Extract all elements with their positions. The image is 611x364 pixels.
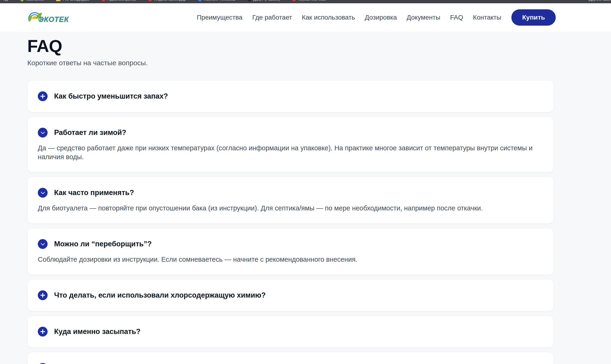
page-title: FAQ: [27, 38, 554, 54]
bookmark-favicon-icon: [148, 0, 152, 1]
faq-list: Как быстро уменьшится запах? Работает ли…: [27, 80, 554, 364]
plus-icon: [40, 329, 45, 334]
faq-item[interactable]: Как часто применять? Для биотуалета — по…: [27, 177, 554, 224]
faq-item[interactable]: Что делать, если использовали хлорсодерж…: [27, 279, 554, 311]
bookmark-label: Toyota Klio Mos: [298, 0, 326, 2]
nav-link[interactable]: Преимущества: [197, 14, 242, 21]
bookmark-label: Административ: [108, 0, 136, 2]
faq-item[interactable]: Работает ли зимой? Да — средство работае…: [27, 117, 554, 172]
faq-answer: Соблюдайте дозировки из инструкции. Если…: [38, 255, 543, 264]
logo[interactable]: ЭКОТЕК: [27, 11, 69, 24]
plus-icon: [40, 293, 45, 298]
expand-toggle-button[interactable]: [38, 239, 48, 249]
nav-link[interactable]: FAQ: [450, 14, 463, 21]
faq-question: Как часто применять?: [54, 189, 134, 197]
bookmark-item[interactable]: Toyota Klio Mos: [292, 0, 326, 2]
bookmark-label: РІЗ-Владидше: [63, 0, 89, 2]
faq-item[interactable]: Подойдет ли для биотуалета?: [27, 352, 554, 364]
logo-text: ЭКОТЕК: [39, 15, 69, 24]
faq-question: Можно ли “переборщить”?: [54, 240, 152, 248]
faq-answer: Для биотуалета — повторяйте при опустоше…: [38, 204, 543, 212]
bookmark-favicon-icon: [102, 0, 106, 1]
bookmark-favicon-icon: [247, 0, 251, 1]
site-header: ЭКОТЕК Преимущества Где работает Как исп…: [0, 3, 611, 32]
faq-question-row[interactable]: Можно ли “переборщить”?: [38, 239, 543, 249]
page-subtitle: Короткие ответы на частые вопросы.: [27, 59, 554, 67]
bookmark-label: ДВБТ (Разбек): [253, 0, 280, 2]
chevron-down-icon: [41, 241, 45, 245]
bookmark-item[interactable]: Кампании: [20, 0, 44, 2]
main-nav: Преимущества Где работает Как использова…: [197, 14, 501, 21]
faq-question: Куда именно засыпать?: [54, 327, 140, 336]
bookmark-item[interactable]: ДВБТ (Разбек): [247, 0, 280, 2]
faq-question-row[interactable]: Работает ли зимой?: [38, 128, 543, 138]
nav-link[interactable]: Контакты: [473, 14, 501, 21]
faq-question: Что делать, если использовали хлорсодерж…: [54, 291, 266, 299]
buy-button[interactable]: Купить: [511, 9, 556, 26]
expand-toggle-button[interactable]: [38, 327, 48, 337]
faq-answer: Да — средство работает даже при низких т…: [38, 143, 543, 161]
faq-question-row[interactable]: Как быстро уменьшится запах?: [38, 91, 543, 101]
bookmarks-row: нд Кампании РІЗ-Владидше Административ Я…: [0, 0, 611, 3]
faq-question-row[interactable]: Что делать, если использовали хлорсодерж…: [38, 290, 543, 300]
bookmark-label: Яндекс календар: [154, 0, 186, 2]
bookmark-item[interactable]: Яндекс календар: [148, 0, 186, 2]
faq-question-row[interactable]: Куда именно засыпать?: [38, 327, 543, 337]
bookmark-label: нд: [3, 0, 8, 2]
chevron-down-icon: [41, 190, 45, 194]
bookmark-favicon-icon: [20, 0, 24, 1]
faq-section: FAQ Короткие ответы на частые вопросы. К…: [0, 32, 611, 364]
faq-question: Работает ли зимой?: [54, 128, 126, 137]
bookmark-favicon-icon: [56, 0, 60, 1]
nav-link[interactable]: Где работает: [252, 14, 292, 21]
expand-toggle-button[interactable]: [38, 290, 48, 300]
nav-link[interactable]: Как использовать: [302, 14, 355, 21]
expand-toggle-button[interactable]: [38, 128, 48, 138]
bookmark-item[interactable]: нд: [3, 0, 8, 2]
faq-question-row[interactable]: Как часто применять?: [38, 188, 543, 198]
plus-icon: [40, 94, 45, 99]
expand-toggle-button[interactable]: [38, 363, 48, 364]
other-bookmarks-button[interactable]: Другие закладк: [589, 0, 611, 3]
bookmark-favicon-icon: [292, 0, 296, 1]
bookmark-favicon-icon: [198, 0, 202, 1]
faq-item[interactable]: Можно ли “переборщить”? Соблюдайте дозир…: [27, 228, 554, 275]
expand-toggle-button[interactable]: [38, 91, 48, 101]
bookmark-label: Кампании: [26, 0, 44, 2]
faq-question-row[interactable]: Подойдет ли для биотуалета?: [38, 363, 543, 364]
bookmark-item[interactable]: Хостинг Timeweb: [198, 0, 235, 2]
bookmark-item[interactable]: Административ: [102, 0, 136, 2]
nav-link[interactable]: Дозировка: [365, 14, 397, 21]
browser-bookmarks-bar: нд Кампании РІЗ-Владидше Административ Я…: [0, 0, 611, 3]
chevron-down-icon: [41, 130, 45, 134]
faq-item[interactable]: Куда именно засыпать?: [27, 315, 554, 348]
faq-item[interactable]: Как быстро уменьшится запах?: [27, 80, 554, 112]
bookmark-label: Хостинг Timeweb: [204, 0, 235, 2]
bookmark-item[interactable]: РІЗ-Владидше: [56, 0, 89, 2]
faq-question: Как быстро уменьшится запах?: [54, 92, 168, 100]
nav-link[interactable]: Документы: [407, 14, 440, 21]
expand-toggle-button[interactable]: [38, 188, 48, 198]
